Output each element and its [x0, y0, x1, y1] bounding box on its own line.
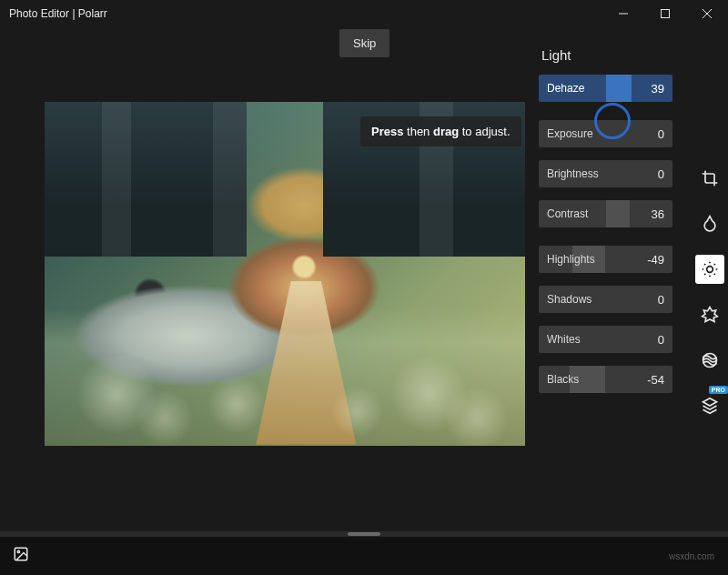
image-library-button[interactable]: [13, 546, 29, 566]
panel-title: Light: [541, 47, 571, 63]
bottom-strip: wsxdn.com: [0, 537, 728, 575]
effects-tool-button[interactable]: [695, 346, 724, 375]
slider-shadows[interactable]: Shadows0: [539, 286, 672, 313]
color-tool-button[interactable]: [695, 209, 724, 238]
detail-icon: [701, 306, 719, 324]
slider-label: Shadows: [547, 293, 592, 306]
effects-icon: [701, 351, 719, 369]
slider-label: Blacks: [547, 373, 579, 386]
slider-contrast[interactable]: Contrast36: [539, 200, 672, 227]
tooltip-drag: drag: [433, 125, 459, 138]
pro-badge: PRO: [709, 386, 728, 394]
skip-button[interactable]: Skip: [339, 29, 389, 57]
slider-value: 0: [658, 167, 664, 181]
close-button[interactable]: [686, 0, 728, 27]
slider-dehaze[interactable]: Dehaze39: [539, 75, 672, 102]
tool-rail: PRO: [692, 164, 728, 420]
slider-whites[interactable]: Whites0: [539, 326, 672, 353]
slider-value: 0: [658, 293, 664, 307]
tutorial-tooltip: Press then drag to adjust.: [360, 116, 521, 146]
titlebar: Photo Editor | Polarr: [0, 0, 728, 27]
svg-rect-0: [662, 10, 670, 18]
slider-label: Exposure: [547, 127, 593, 140]
slider-label: Highlights: [547, 253, 595, 266]
attribution-text: wsxdn.com: [669, 551, 728, 561]
slider-blacks[interactable]: Blacks-54: [539, 366, 672, 393]
slider-label: Brightness: [547, 167, 599, 180]
layers-icon: [701, 397, 719, 415]
tooltip-press: Press: [371, 125, 403, 138]
light-tool-button[interactable]: [695, 255, 724, 284]
maximize-button[interactable]: [644, 0, 686, 27]
slider-value: -54: [647, 373, 664, 387]
slider-value: 0: [658, 333, 664, 347]
slider-highlights[interactable]: Highlights-49: [539, 246, 672, 273]
tutorial-highlight-circle: [594, 103, 631, 139]
svg-point-1: [707, 267, 713, 273]
minimize-button[interactable]: [602, 0, 644, 27]
drag-handle-icon[interactable]: [348, 532, 380, 536]
slider-label: Whites: [547, 333, 581, 346]
svg-point-4: [17, 550, 19, 552]
slider-value: -49: [647, 253, 664, 267]
window-controls: [602, 0, 728, 27]
slider-label: Dehaze: [547, 82, 584, 95]
crop-tool-button[interactable]: [695, 164, 724, 193]
slider-label: Contrast: [547, 207, 588, 220]
detail-tool-button[interactable]: [695, 300, 724, 329]
photo-canvas[interactable]: [45, 102, 525, 446]
layers-tool-button[interactable]: PRO: [695, 391, 724, 420]
slider-brightness[interactable]: Brightness0: [539, 160, 672, 187]
slider-value: 0: [658, 127, 664, 141]
light-icon: [701, 260, 719, 278]
window-title: Photo Editor | Polarr: [9, 7, 107, 20]
slider-value: 39: [652, 82, 664, 96]
skip-container: Skip: [339, 29, 389, 57]
crop-icon: [701, 169, 719, 187]
color-icon: [701, 215, 719, 233]
slider-value: 36: [652, 207, 664, 221]
